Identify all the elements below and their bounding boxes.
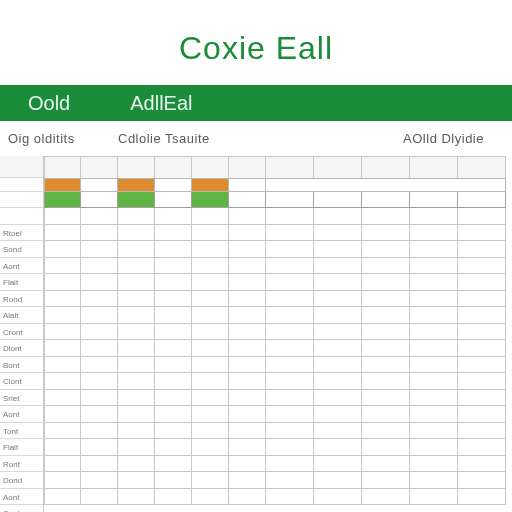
cell[interactable] — [155, 489, 192, 506]
cell[interactable] — [266, 373, 314, 390]
cell[interactable] — [458, 241, 506, 258]
cell[interactable] — [362, 258, 410, 275]
cell[interactable] — [266, 324, 314, 341]
row-header[interactable]: Bont — [0, 357, 44, 374]
cell[interactable] — [118, 324, 155, 341]
cell[interactable] — [44, 456, 81, 473]
row-header[interactable]: Ront — [0, 456, 44, 473]
cell[interactable] — [362, 291, 410, 308]
cell[interactable] — [155, 258, 192, 275]
cell[interactable] — [314, 225, 362, 242]
cell[interactable] — [44, 489, 81, 506]
cell[interactable] — [410, 423, 458, 440]
row-header[interactable]: Clont — [0, 373, 44, 390]
ribbon-tab-right[interactable]: AdllEal — [130, 92, 192, 115]
cell[interactable] — [81, 373, 118, 390]
cell[interactable] — [410, 225, 458, 242]
cell[interactable] — [229, 291, 266, 308]
cell[interactable] — [229, 225, 266, 242]
cell[interactable] — [229, 472, 266, 489]
cell[interactable] — [81, 390, 118, 407]
cell[interactable] — [458, 373, 506, 390]
cell[interactable] — [44, 208, 81, 225]
cell[interactable] — [458, 291, 506, 308]
table-row[interactable] — [44, 406, 506, 423]
cell[interactable] — [266, 258, 314, 275]
cell[interactable] — [362, 241, 410, 258]
cell[interactable] — [155, 324, 192, 341]
column-header[interactable] — [229, 157, 266, 179]
row-header[interactable]: Alait — [0, 307, 44, 324]
cell[interactable] — [314, 324, 362, 341]
row-header[interactable]: Aont — [0, 406, 44, 423]
cell[interactable] — [192, 439, 229, 456]
column-header[interactable] — [81, 157, 118, 179]
cell[interactable] — [44, 307, 81, 324]
cell-grid[interactable] — [44, 156, 506, 512]
cell[interactable] — [81, 324, 118, 341]
cell[interactable] — [44, 340, 81, 357]
cell[interactable] — [314, 258, 362, 275]
cell[interactable] — [155, 357, 192, 374]
cell[interactable] — [229, 423, 266, 440]
cell[interactable] — [266, 406, 314, 423]
cell[interactable] — [192, 324, 229, 341]
cell[interactable] — [458, 456, 506, 473]
cell[interactable] — [192, 307, 229, 324]
cell[interactable] — [118, 423, 155, 440]
table-row[interactable] — [44, 373, 506, 390]
cell[interactable] — [314, 373, 362, 390]
cell[interactable] — [192, 291, 229, 308]
cell[interactable] — [314, 340, 362, 357]
table-row[interactable] — [44, 208, 506, 225]
cell[interactable] — [81, 225, 118, 242]
cell[interactable] — [314, 439, 362, 456]
row-header[interactable]: Cront — [0, 324, 44, 341]
column-header[interactable] — [362, 157, 410, 179]
cell[interactable] — [44, 472, 81, 489]
row-header[interactable]: Cont — [0, 505, 44, 512]
cell[interactable] — [81, 241, 118, 258]
cell[interactable] — [362, 307, 410, 324]
cell[interactable] — [458, 274, 506, 291]
cell[interactable] — [44, 390, 81, 407]
cell[interactable] — [410, 373, 458, 390]
cell[interactable] — [362, 208, 410, 225]
cell[interactable] — [458, 208, 506, 225]
cell[interactable] — [229, 274, 266, 291]
row-header[interactable]: Tont — [0, 423, 44, 440]
cell[interactable] — [44, 406, 81, 423]
cell[interactable] — [314, 489, 362, 506]
cell[interactable] — [155, 390, 192, 407]
cell[interactable] — [118, 390, 155, 407]
cell[interactable] — [362, 439, 410, 456]
table-row[interactable] — [44, 225, 506, 242]
cell[interactable] — [118, 373, 155, 390]
cell[interactable] — [229, 208, 266, 225]
table-row[interactable] — [44, 456, 506, 473]
cell[interactable] — [118, 208, 155, 225]
cell[interactable] — [410, 456, 458, 473]
cell[interactable] — [314, 472, 362, 489]
column-header[interactable] — [155, 157, 192, 179]
ribbon-tab-left[interactable]: Oold — [28, 92, 70, 115]
cell[interactable] — [44, 324, 81, 341]
cell[interactable] — [458, 390, 506, 407]
cell[interactable] — [458, 357, 506, 374]
cell[interactable] — [81, 307, 118, 324]
cell[interactable] — [314, 390, 362, 407]
cell[interactable] — [229, 373, 266, 390]
cell[interactable] — [118, 472, 155, 489]
cell[interactable] — [410, 258, 458, 275]
cell[interactable] — [155, 472, 192, 489]
cell[interactable] — [266, 456, 314, 473]
cell[interactable] — [458, 472, 506, 489]
cell[interactable] — [44, 439, 81, 456]
cell[interactable] — [314, 357, 362, 374]
table-row[interactable] — [44, 307, 506, 324]
row-header[interactable]: Sriet — [0, 390, 44, 407]
row-header[interactable]: Dlont — [0, 340, 44, 357]
cell[interactable] — [266, 489, 314, 506]
cell[interactable] — [155, 274, 192, 291]
cell[interactable] — [266, 357, 314, 374]
